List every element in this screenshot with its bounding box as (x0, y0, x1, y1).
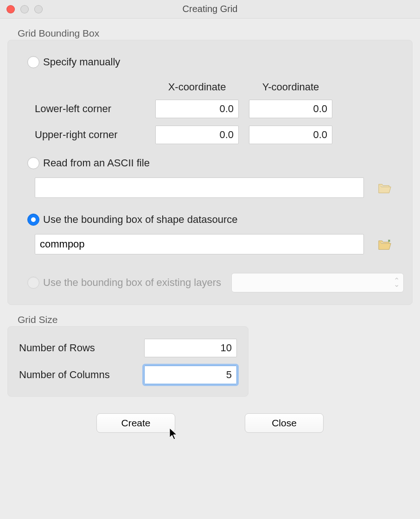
radio-layers-label: Use the bounding box of existing layers (43, 277, 221, 289)
manual-coordinates: X-coordinate Y-coordinate Lower-left cor… (35, 81, 404, 144)
chevron-updown-icon: ⌃⌄ (394, 279, 399, 286)
bounding-box-group-label: Grid Bounding Box (18, 28, 413, 39)
create-button[interactable]: Create (96, 413, 175, 433)
close-button[interactable]: Close (245, 413, 324, 433)
layers-combo: ⌃⌄ (231, 273, 404, 292)
lower-left-x-input[interactable] (155, 100, 239, 118)
radio-layers (27, 277, 39, 289)
lower-left-y-input[interactable] (249, 100, 332, 118)
ascii-path-input[interactable] (35, 177, 364, 198)
window-zoom-button[interactable] (34, 5, 43, 13)
cols-input[interactable] (144, 366, 237, 384)
browse-ascii-button[interactable] (378, 182, 392, 193)
window-minimize-button[interactable] (20, 5, 29, 13)
rows-label: Number of Rows (19, 342, 144, 354)
upper-right-y-input[interactable] (249, 126, 332, 144)
button-bar: Create Close (7, 413, 413, 433)
option-manual[interactable]: Specify manually (27, 56, 404, 68)
shape-file-row (35, 234, 404, 254)
radio-shape[interactable] (27, 214, 39, 226)
upper-right-x-input[interactable] (155, 126, 239, 144)
option-ascii[interactable]: Read from an ASCII file (27, 157, 404, 169)
cols-label: Number of Columns (19, 369, 144, 381)
upper-right-label: Upper-right corner (35, 129, 155, 141)
grid-size-group-label: Grid Size (18, 314, 413, 325)
radio-ascii-label: Read from an ASCII file (43, 157, 150, 169)
option-shape[interactable]: Use the bounding box of shape datasource (27, 214, 404, 226)
rows-input[interactable] (144, 339, 237, 357)
browse-shape-button[interactable] (378, 239, 392, 250)
window-close-button[interactable] (6, 5, 15, 13)
folder-open-icon (378, 182, 392, 194)
window-controls (0, 5, 43, 13)
radio-ascii[interactable] (27, 157, 39, 169)
window-title: Creating Grid (0, 4, 420, 14)
grid-size-panel: Number of Rows Number of Columns (7, 326, 248, 397)
radio-manual[interactable] (27, 56, 39, 68)
y-header: Y-coordinate (249, 81, 332, 93)
option-layers: Use the bounding box of existing layers … (27, 273, 404, 292)
radio-shape-label: Use the bounding box of shape datasource (43, 214, 238, 226)
radio-manual-label: Specify manually (43, 56, 120, 68)
x-header: X-coordinate (155, 81, 239, 93)
ascii-file-row (35, 177, 404, 198)
lower-left-label: Lower-left corner (35, 103, 155, 115)
bounding-box-panel: Specify manually X-coordinate Y-coordina… (7, 40, 413, 305)
titlebar: Creating Grid (0, 0, 420, 19)
folder-open-icon (378, 239, 392, 251)
shape-path-input[interactable] (35, 234, 364, 254)
